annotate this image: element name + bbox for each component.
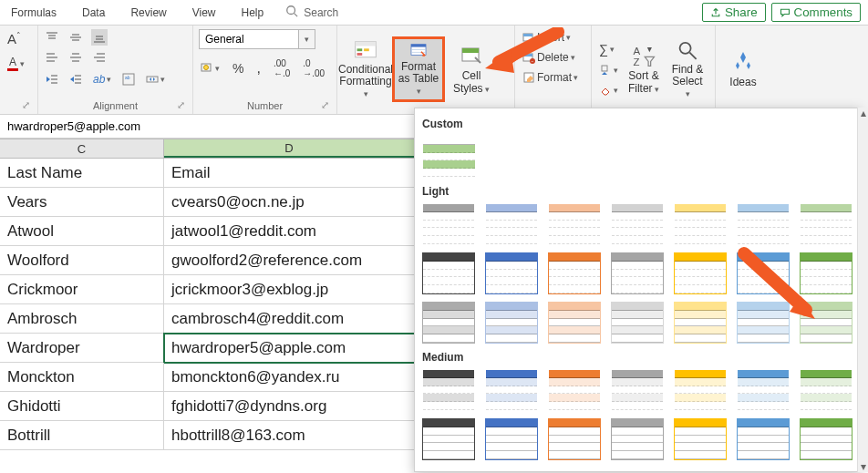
align-center-button[interactable]	[67, 49, 84, 66]
table-style-option[interactable]	[611, 418, 664, 460]
table-style-option[interactable]	[422, 302, 475, 344]
cell[interactable]: Ghidotti	[0, 392, 164, 421]
column-header-c[interactable]: C	[0, 139, 164, 158]
cell[interactable]: Atwool	[0, 217, 164, 246]
tab-help[interactable]: Help	[238, 6, 268, 19]
align-right-button[interactable]	[91, 49, 108, 66]
wrap-text-button[interactable]: ab	[120, 71, 137, 87]
ideas-icon	[730, 49, 756, 75]
accounting-format-button[interactable]: ▾	[199, 57, 222, 80]
autosum-button[interactable]: ∑▾	[597, 40, 620, 58]
alignment-launcher[interactable]: ⤢	[177, 99, 185, 111]
comment-icon	[780, 7, 790, 18]
table-style-option[interactable]	[674, 203, 727, 245]
table-style-option[interactable]	[674, 418, 727, 460]
tab-formulas[interactable]: Formulas	[7, 6, 60, 19]
cell[interactable]: Crickmoor	[0, 275, 164, 304]
table-style-option[interactable]	[485, 302, 538, 344]
table-style-option[interactable]	[611, 369, 664, 411]
increase-decimal-button[interactable]: .00←.0	[272, 57, 292, 80]
sort-filter-button[interactable]: AZ Sort & Filter ▾	[624, 36, 664, 102]
gallery-scrollbar[interactable]: ▴ ▾	[857, 108, 868, 472]
table-style-option[interactable]	[674, 369, 727, 411]
table-style-option[interactable]	[737, 418, 790, 460]
number-launcher[interactable]: ⤢	[321, 99, 329, 111]
cell[interactable]: Bottrill	[0, 421, 164, 450]
table-style-option[interactable]	[485, 418, 538, 460]
ideas-button[interactable]: Ideas	[721, 36, 765, 102]
table-style-option[interactable]	[548, 369, 601, 411]
cell[interactable]: Last Name	[0, 159, 164, 188]
find-select-button[interactable]: Find & Select ▾	[667, 36, 708, 102]
cell[interactable]: fghidotti7@dyndns.org	[164, 392, 415, 421]
table-style-option[interactable]	[674, 302, 727, 344]
font-color-button[interactable]: A▾	[5, 54, 26, 73]
clear-button[interactable]: ▾	[597, 82, 620, 98]
merge-button[interactable]: ▾	[144, 71, 167, 87]
table-style-option[interactable]	[548, 203, 601, 245]
cell[interactable]: Wardroper	[0, 334, 164, 363]
table-style-option[interactable]	[485, 252, 538, 294]
tab-view[interactable]: View	[189, 6, 220, 19]
table-style-option[interactable]	[485, 203, 538, 245]
table-style-option[interactable]	[737, 203, 790, 245]
table-style-option[interactable]	[422, 252, 475, 294]
scroll-up-button[interactable]: ▴	[858, 108, 868, 118]
table-style-option[interactable]	[422, 369, 475, 411]
cell[interactable]: bmonckton6@yandex.ru	[164, 363, 415, 392]
tab-data[interactable]: Data	[78, 6, 108, 19]
table-style-option[interactable]	[548, 252, 601, 294]
ideas-label: Ideas	[729, 77, 756, 88]
svg-rect-36	[356, 41, 377, 46]
comma-format-button[interactable]: ,	[254, 57, 262, 80]
number-format-dropdown[interactable]	[199, 29, 299, 49]
cell[interactable]: gwoolford2@reference.com	[164, 246, 415, 275]
align-top-button[interactable]	[44, 29, 60, 46]
align-left-button[interactable]	[44, 49, 60, 66]
orientation-button[interactable]: ab▾	[91, 71, 113, 87]
table-style-option[interactable]	[737, 369, 790, 411]
table-style-option[interactable]	[611, 252, 664, 294]
table-style-option[interactable]	[422, 136, 476, 178]
cell[interactable]: cambrosch4@reddit.com	[164, 304, 415, 334]
scroll-down-button[interactable]: ▾	[858, 461, 868, 472]
font-size-grow-button[interactable]: A˄	[5, 29, 23, 48]
table-style-option[interactable]	[422, 418, 475, 460]
table-style-option[interactable]	[800, 203, 852, 245]
comments-button[interactable]: Comments	[771, 3, 861, 22]
align-middle-button[interactable]	[67, 29, 84, 46]
decrease-indent-button[interactable]	[44, 71, 60, 87]
cell[interactable]: Monckton	[0, 363, 164, 392]
cell[interactable]: Email	[164, 159, 415, 188]
cell[interactable]: hbottrill8@163.com	[164, 421, 415, 450]
table-style-option[interactable]	[611, 203, 664, 245]
table-style-option[interactable]	[548, 418, 601, 460]
align-bottom-button[interactable]	[91, 29, 108, 46]
fill-button[interactable]: ▾	[597, 62, 620, 78]
table-style-option[interactable]	[800, 369, 852, 411]
table-style-option[interactable]	[485, 369, 538, 411]
cell[interactable]: Vears	[0, 188, 164, 217]
column-header-d[interactable]: D	[164, 139, 415, 158]
share-button[interactable]: Share	[702, 3, 766, 22]
percent-format-button[interactable]: %	[231, 57, 245, 80]
table-style-option[interactable]	[422, 203, 475, 245]
cell[interactable]: cvears0@ocn.ne.jp	[164, 188, 415, 217]
decrease-decimal-button[interactable]: .0→.00	[301, 57, 326, 80]
cell[interactable]: jcrickmoor3@exblog.jp	[164, 275, 415, 304]
table-style-option[interactable]	[611, 302, 664, 344]
number-format-dropdown-arrow[interactable]: ▾	[299, 29, 315, 49]
cell[interactable]: Woolford	[0, 246, 164, 275]
table-style-option[interactable]	[548, 302, 601, 344]
table-style-option[interactable]	[800, 418, 852, 460]
conditional-formatting-button[interactable]: Conditional Formatting ▾	[339, 36, 392, 102]
cell[interactable]: hwardroper5@apple.com	[164, 334, 415, 363]
tab-review[interactable]: Review	[127, 6, 170, 19]
search-box[interactable]: Search	[285, 5, 338, 20]
increase-indent-button[interactable]	[67, 71, 84, 87]
font-launcher[interactable]: ⤢	[22, 99, 30, 111]
cell[interactable]: Ambrosch	[0, 304, 164, 334]
format-as-table-button[interactable]: Format as Table ▾	[392, 36, 445, 102]
table-style-option[interactable]	[674, 252, 727, 294]
cell[interactable]: jatwool1@reddit.com	[164, 217, 415, 246]
